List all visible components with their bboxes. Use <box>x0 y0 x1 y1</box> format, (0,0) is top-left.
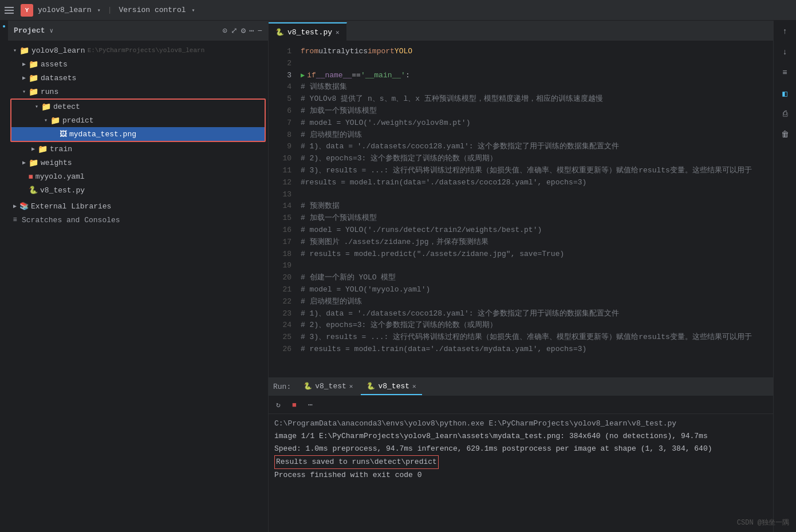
code-line-24: # 2)、epochs=3: 这个参数指定了训练的轮数（或周期） <box>296 320 773 332</box>
tree-predict[interactable]: ▾ 📁 predict <box>11 113 265 127</box>
yaml-file-icon: ◼ <box>29 172 33 181</box>
line-number-5: 5 <box>269 93 291 105</box>
tree-root[interactable]: ▾ 📁 yolov8_learn E:\PyCharmProjects\yolo… <box>8 44 268 57</box>
weights-expand-icon: ▶ <box>19 159 29 166</box>
editor-tab-v8test[interactable]: 🐍 v8_test.py ✕ <box>269 22 347 41</box>
code-line-11: # 3)、results = ...: 这行代码将训练过程的结果（如损失值、准确… <box>296 165 773 177</box>
line-number-10: 10 <box>269 153 291 165</box>
tree-weights[interactable]: ▶ 📁 weights <box>8 156 268 170</box>
tab-close-icon[interactable]: ✕ <box>336 29 340 36</box>
code-token: # model = YOLO('./weights/yolov8m.pt') <box>301 117 470 129</box>
predict-label: predict <box>62 116 94 125</box>
tree-myyolo-yaml[interactable]: ◼ myyolo.yaml <box>8 170 268 183</box>
more-options-button[interactable]: ⋯ <box>304 399 317 411</box>
main-area: Project ∨ ⊙ ⤢ ⚙ ⋯ − ▾ 📁 yolov8_learn E:\… <box>0 21 796 532</box>
code-line-4: # 训练数据集 <box>296 81 773 93</box>
assets-folder-icon: 📁 <box>29 60 38 69</box>
version-control-label[interactable]: Version control <box>119 6 186 14</box>
code-token: import <box>368 46 395 58</box>
options-icon[interactable]: ⋯ <box>249 26 254 36</box>
weights-folder-icon: 📁 <box>29 158 38 168</box>
rerun-button[interactable]: ↻ <box>272 399 285 411</box>
line-number-25: 25 <box>269 332 291 344</box>
run-tab-1[interactable]: 🐍 v8_test ✕ <box>298 379 358 395</box>
sidebar-right-icon4[interactable]: ◧ <box>777 85 794 102</box>
code-token: #results = model.train(data='./datasets/… <box>301 177 586 189</box>
code-content[interactable]: from ultralytics import YOLO▶if __name__… <box>296 41 773 377</box>
tree-runs[interactable]: ▾ 📁 runs <box>8 85 268 98</box>
code-token: from <box>301 46 318 58</box>
left-sidebar <box>0 21 8 532</box>
project-chevron-icon[interactable]: ▾ <box>97 7 101 14</box>
root-label: yolov8_learn <box>31 46 85 55</box>
expand-icon[interactable]: ⤢ <box>231 26 238 36</box>
project-name[interactable]: yolov8_learn <box>38 6 92 14</box>
minimize-icon[interactable]: − <box>258 26 262 36</box>
sidebar-right-icon2[interactable]: ↓ <box>777 44 794 61</box>
code-token: == <box>352 70 361 82</box>
code-token: # model = YOLO('./runs/detect/train2/wei… <box>301 224 542 237</box>
code-token: # results = model.predict("./assets/zida… <box>301 249 564 261</box>
project-header-icons: ⊙ ⤢ ⚙ ⋯ − <box>222 26 262 36</box>
code-line-12: #results = model.train(data='./datasets/… <box>296 177 773 189</box>
run-tab2-py-icon: 🐍 <box>367 382 375 391</box>
vc-chevron-icon[interactable]: ▾ <box>192 7 195 14</box>
run-tab1-py-icon: 🐍 <box>304 382 312 391</box>
output-highlight-text: Results saved to runs\detect\predict <box>274 455 439 469</box>
tree-external-libs[interactable]: ▶ 📚 External Libraries <box>8 199 268 213</box>
line-number-4: 4 <box>269 81 291 93</box>
tree-datasets[interactable]: ▶ 📁 datasets <box>8 71 268 85</box>
code-line-5: # YOLOv8 提供了 n、s、m、l、x 五种预训练模型，模型精度递增，相应… <box>296 93 773 105</box>
run-tab1-label: v8_test <box>315 382 346 391</box>
ext-label: External Libraries <box>31 202 111 211</box>
line-number-11: 11 <box>269 165 291 177</box>
run-tab2-close-icon[interactable]: ✕ <box>412 383 416 390</box>
line-number-19: 19 <box>269 260 291 272</box>
right-sidebar: ↑ ↓ ≡ ◧ ⎙ 🗑 <box>773 21 796 532</box>
sidebar-right-icon6[interactable]: 🗑 <box>777 126 794 143</box>
code-line-10: # 2)、epochs=3: 这个参数指定了训练的轮数（或周期） <box>296 153 773 165</box>
runs-expand-icon: ▾ <box>19 88 29 95</box>
code-token: # 3)、results = ...: 这行代码将训练过程的结果（如损失值、准确… <box>301 165 752 177</box>
assets-expand-icon: ▶ <box>19 61 29 68</box>
run-label: Run: <box>273 383 291 391</box>
hamburger-menu-icon[interactable] <box>5 5 16 16</box>
code-line-13 <box>296 189 773 201</box>
code-line-16: # model = YOLO('./runs/detect/train2/wei… <box>296 224 773 237</box>
editor-tab-bar: 🐍 v8_test.py ✕ <box>269 21 773 41</box>
yaml-label: myyolo.yaml <box>36 172 85 181</box>
project-panel-chevron[interactable]: ∨ <box>50 27 54 34</box>
predict-folder-icon: 📁 <box>50 116 60 125</box>
watermark: CSDN @独坐一隅 <box>737 518 789 527</box>
tree-scratches[interactable]: ≡ Scratches and Consoles <box>8 213 268 227</box>
code-token: # 启动模型的训练 <box>301 129 362 141</box>
datasets-folder-icon: 📁 <box>29 73 38 83</box>
line-number-9: 9 <box>269 141 291 153</box>
line-number-2: 2 <box>269 58 291 70</box>
line-number-23: 23 <box>269 308 291 320</box>
sidebar-right-icon1[interactable]: ↑ <box>777 23 794 40</box>
tree-detect[interactable]: ▾ 📁 detect <box>11 100 265 113</box>
code-line-1: from ultralytics import YOLO <box>296 46 773 58</box>
assets-label: assets <box>41 60 68 69</box>
code-line-19 <box>296 260 773 272</box>
gear-icon[interactable]: ⚙ <box>241 26 246 36</box>
run-tab-2[interactable]: 🐍 v8_test ✕ <box>361 379 421 395</box>
code-editor[interactable]: 1234567891011121314151617181920212223242… <box>269 41 773 377</box>
editor-column: 🐍 v8_test.py ✕ 1234567891011121314151617… <box>269 21 773 532</box>
code-token: # 2)、epochs=3: 这个参数指定了训练的轮数（或周期） <box>301 153 497 165</box>
tree-mydata-test[interactable]: 🖼 mydata_test.png <box>11 127 265 141</box>
run-tab1-close-icon[interactable]: ✕ <box>349 383 353 390</box>
locate-icon[interactable]: ⊙ <box>222 26 227 36</box>
stop-button[interactable]: ■ <box>288 399 301 411</box>
code-token: if <box>307 70 316 82</box>
run-tab-bar: Run: 🐍 v8_test ✕ 🐍 v8_test ✕ <box>269 378 773 396</box>
sidebar-right-icon3[interactable]: ≡ <box>777 64 794 81</box>
sidebar-right-icon5[interactable]: ⎙ <box>777 105 794 123</box>
code-token: __name__ <box>316 70 352 82</box>
app-logo: Y <box>21 4 33 17</box>
tree-train[interactable]: ▶ 📁 train <box>8 142 268 156</box>
tree-assets[interactable]: ▶ 📁 assets <box>8 57 268 71</box>
code-token: # 预测图片 ./assets/zidane.jpg，并保存预测结果 <box>301 237 488 249</box>
tree-v8test-py[interactable]: 🐍 v8_test.py <box>8 183 268 197</box>
